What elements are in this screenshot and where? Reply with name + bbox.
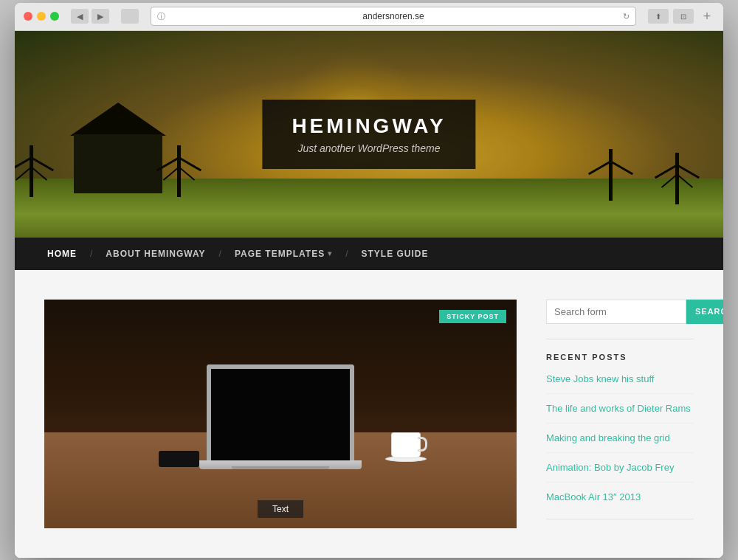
- laptop: [199, 364, 362, 469]
- site-title: HEMINGWAY: [292, 114, 446, 138]
- info-icon: ⓘ: [157, 11, 165, 22]
- sidebar-divider-1: [546, 339, 694, 339]
- reader-view-button[interactable]: [121, 9, 139, 24]
- refresh-icon[interactable]: ↻: [623, 12, 630, 21]
- nav-item-templates[interactable]: PAGE TEMPLATES ▾: [232, 249, 335, 259]
- maximize-window-button[interactable]: [50, 12, 59, 21]
- list-item: The life and works of Dieter Rams: [546, 401, 694, 424]
- browser-window: ◀ ▶ ⓘ andersnoren.se ↻ ⬆ ⊡ +: [15, 3, 723, 558]
- laptop-base: [199, 460, 362, 469]
- sticky-post-badge: STICKY POST: [439, 310, 506, 323]
- browser-actions: ⬆ ⊡: [648, 9, 694, 24]
- post-image: STICKY POST Text: [44, 300, 517, 528]
- phone-on-table: [159, 451, 199, 467]
- site-navigation: HOME / ABOUT HEMINGWAY / PAGE TEMPLATES …: [15, 238, 723, 270]
- list-item: Making and breaking the grid: [546, 431, 694, 453]
- search-button[interactable]: SEARCH: [686, 300, 723, 324]
- hero-title-box: HEMINGWAY Just another WordPress theme: [262, 100, 475, 169]
- close-window-button[interactable]: [24, 12, 32, 21]
- dropdown-arrow-icon: ▾: [328, 249, 332, 257]
- browser-navigation: ◀ ▶: [71, 9, 109, 24]
- recent-post-link-1[interactable]: Steve Jobs knew his stuff: [546, 373, 654, 384]
- list-item: MacBook Air 13″ 2013: [546, 490, 694, 511]
- share-button[interactable]: ⬆: [648, 9, 669, 24]
- laptop-screen: [207, 364, 354, 460]
- coffee-cup: [391, 432, 421, 458]
- sidebar-divider-2: [546, 519, 694, 519]
- recent-post-link-3[interactable]: Making and breaking the grid: [546, 432, 670, 443]
- site-tagline: Just another WordPress theme: [292, 142, 446, 154]
- add-tab-button[interactable]: +: [700, 9, 714, 24]
- recent-posts-list: Steve Jobs knew his stuff The life and w…: [546, 372, 694, 512]
- nav-item-styleguide[interactable]: STYLE GUIDE: [359, 249, 432, 259]
- hero-section: HEMINGWAY Just another WordPress theme: [15, 31, 723, 238]
- traffic-lights: [24, 12, 59, 21]
- search-input[interactable]: [546, 300, 686, 324]
- search-widget: SEARCH: [546, 300, 694, 324]
- url-bar[interactable]: ⓘ andersnoren.se ↻: [151, 7, 636, 26]
- nav-item-home[interactable]: HOME: [44, 249, 80, 259]
- list-item: Animation: Bob by Jacob Frey: [546, 460, 694, 483]
- recent-post-link-2[interactable]: The life and works of Dieter Rams: [546, 403, 691, 414]
- new-tab-button[interactable]: ⊡: [673, 9, 694, 24]
- recent-post-link-4[interactable]: Animation: Bob by Jacob Frey: [546, 462, 674, 473]
- sidebar: SEARCH RECENT POSTS Steve Jobs knew his …: [546, 300, 694, 528]
- minimize-window-button[interactable]: [37, 12, 46, 21]
- forward-button[interactable]: ▶: [92, 9, 109, 24]
- site-content: HEMINGWAY Just another WordPress theme H…: [15, 31, 723, 558]
- recent-posts-heading: RECENT POSTS: [546, 353, 694, 362]
- nav-item-about[interactable]: ABOUT HEMINGWAY: [103, 249, 208, 259]
- post-format-badge: Text: [258, 500, 303, 518]
- recent-post-link-5[interactable]: MacBook Air 13″ 2013: [546, 491, 641, 502]
- back-button[interactable]: ◀: [71, 9, 89, 24]
- main-content: STICKY POST Text SEARCH RECENT POSTS Ste: [15, 270, 723, 558]
- list-item: Steve Jobs knew his stuff: [546, 372, 694, 394]
- nav-separator-1: /: [90, 249, 92, 259]
- browser-titlebar: ◀ ▶ ⓘ andersnoren.se ↻ ⬆ ⊡ +: [15, 3, 723, 31]
- featured-post: STICKY POST Text: [44, 300, 517, 528]
- url-text: andersnoren.se: [362, 11, 424, 21]
- nav-separator-3: /: [345, 249, 348, 259]
- nav-separator-2: /: [219, 249, 221, 259]
